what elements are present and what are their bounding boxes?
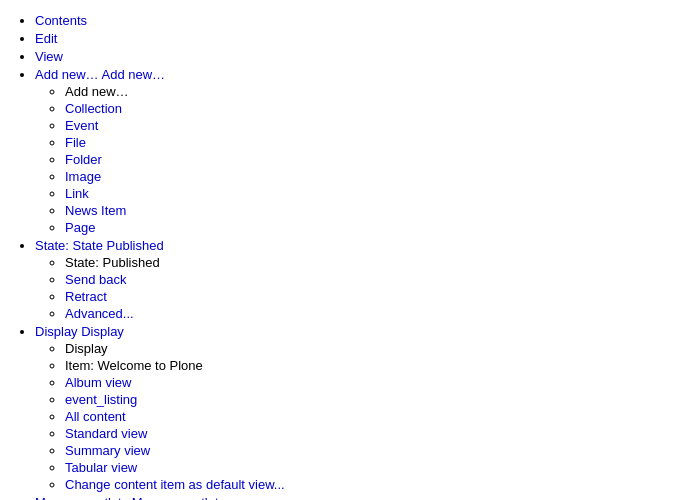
sub-item-4-1: Send back (65, 272, 675, 287)
sub-link-5-2[interactable]: Album view (65, 375, 131, 390)
menu-link-2[interactable]: View (35, 49, 63, 64)
sub-link-3-5[interactable]: Image (65, 169, 101, 184)
sub-label-4-0: State: Published (65, 255, 160, 270)
sub-label-3-0: Add new… (65, 84, 129, 99)
sub-item-4-2: Retract (65, 289, 675, 304)
sub-menu-4: State: PublishedSend backRetractAdvanced… (35, 255, 675, 321)
sub-link-3-6[interactable]: Link (65, 186, 89, 201)
menu-item-2: View (35, 49, 675, 64)
sub-link-5-8[interactable]: Change content item as default view... (65, 477, 285, 492)
sub-item-3-8: Page (65, 220, 675, 235)
sub-link-3-4[interactable]: Folder (65, 152, 102, 167)
menu-link-6[interactable]: Manage portlets Manage portlets (35, 495, 225, 500)
sub-item-5-1: Item: Welcome to Plone (65, 358, 675, 373)
sub-link-3-3[interactable]: File (65, 135, 86, 150)
sub-label-5-0: Display (65, 341, 108, 356)
sub-link-4-2[interactable]: Retract (65, 289, 107, 304)
menu-item-3: Add new… Add new…Add new…CollectionEvent… (35, 67, 675, 235)
sub-item-3-1: Collection (65, 101, 675, 116)
menu-item-6: Manage portlets Manage portletsManage po… (35, 495, 675, 500)
sub-menu-3: Add new…CollectionEventFileFolderImageLi… (35, 84, 675, 235)
sub-item-3-7: News Item (65, 203, 675, 218)
sub-link-5-3[interactable]: event_listing (65, 392, 137, 407)
sub-item-3-4: Folder (65, 152, 675, 167)
sub-item-5-6: Summary view (65, 443, 675, 458)
sub-item-3-3: File (65, 135, 675, 150)
menu-item-5: Display DisplayDisplayItem: Welcome to P… (35, 324, 675, 492)
menu-link-1[interactable]: Edit (35, 31, 57, 46)
sub-link-3-7[interactable]: News Item (65, 203, 126, 218)
menu-link-5[interactable]: Display Display (35, 324, 124, 339)
menu-link-4[interactable]: State: State Published (35, 238, 164, 253)
sub-item-5-3: event_listing (65, 392, 675, 407)
sub-link-5-4[interactable]: All content (65, 409, 126, 424)
sub-link-5-7[interactable]: Tabular view (65, 460, 137, 475)
sub-item-5-7: Tabular view (65, 460, 675, 475)
menu-link-3[interactable]: Add new… Add new… (35, 67, 165, 82)
menu-item-4: State: State PublishedState: PublishedSe… (35, 238, 675, 321)
sub-item-5-8: Change content item as default view... (65, 477, 675, 492)
sub-link-3-1[interactable]: Collection (65, 101, 122, 116)
sub-item-5-5: Standard view (65, 426, 675, 441)
sub-item-5-0: Display (65, 341, 675, 356)
menu-item-1: Edit (35, 31, 675, 46)
sub-item-5-4: All content (65, 409, 675, 424)
menu-item-0: Contents (35, 13, 675, 28)
sub-label-5-1: Item: Welcome to Plone (65, 358, 203, 373)
main-menu: ContentsEditViewAdd new… Add new…Add new… (15, 13, 675, 500)
sub-item-3-6: Link (65, 186, 675, 201)
sub-item-3-0: Add new… (65, 84, 675, 99)
sub-link-3-2[interactable]: Event (65, 118, 98, 133)
sub-link-4-3[interactable]: Advanced... (65, 306, 134, 321)
sub-item-3-2: Event (65, 118, 675, 133)
sub-link-3-8[interactable]: Page (65, 220, 95, 235)
sub-menu-5: DisplayItem: Welcome to PloneAlbum viewe… (35, 341, 675, 492)
sub-link-5-5[interactable]: Standard view (65, 426, 147, 441)
sub-item-4-3: Advanced... (65, 306, 675, 321)
sub-item-3-5: Image (65, 169, 675, 184)
sub-link-4-1[interactable]: Send back (65, 272, 126, 287)
menu-link-0[interactable]: Contents (35, 13, 87, 28)
sub-item-4-0: State: Published (65, 255, 675, 270)
sub-link-5-6[interactable]: Summary view (65, 443, 150, 458)
sub-item-5-2: Album view (65, 375, 675, 390)
